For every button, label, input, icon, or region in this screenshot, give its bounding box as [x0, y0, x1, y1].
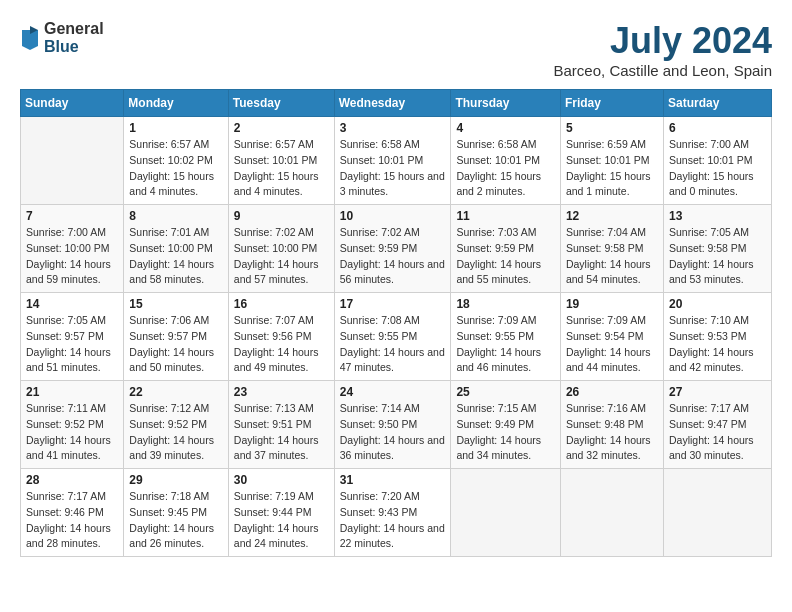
day-number: 8 — [129, 209, 222, 223]
title-block: July 2024 Barceo, Castille and Leon, Spa… — [554, 20, 772, 79]
day-number: 12 — [566, 209, 658, 223]
day-info: Sunrise: 6:59 AMSunset: 10:01 PMDaylight… — [566, 137, 658, 200]
day-number: 15 — [129, 297, 222, 311]
day-number: 4 — [456, 121, 555, 135]
day-cell — [21, 117, 124, 205]
day-info: Sunrise: 6:58 AMSunset: 10:01 PMDaylight… — [340, 137, 446, 200]
day-number: 18 — [456, 297, 555, 311]
logo-icon — [20, 26, 40, 50]
day-number: 16 — [234, 297, 329, 311]
day-cell: 10Sunrise: 7:02 AMSunset: 9:59 PMDayligh… — [334, 205, 451, 293]
day-info: Sunrise: 7:14 AMSunset: 9:50 PMDaylight:… — [340, 401, 446, 464]
day-info: Sunrise: 7:19 AMSunset: 9:44 PMDaylight:… — [234, 489, 329, 552]
day-cell: 7Sunrise: 7:00 AMSunset: 10:00 PMDayligh… — [21, 205, 124, 293]
page-header: General Blue July 2024 Barceo, Castille … — [20, 20, 772, 79]
day-cell: 6Sunrise: 7:00 AMSunset: 10:01 PMDayligh… — [663, 117, 771, 205]
day-number: 21 — [26, 385, 118, 399]
day-cell: 31Sunrise: 7:20 AMSunset: 9:43 PMDayligh… — [334, 469, 451, 557]
week-row-2: 7Sunrise: 7:00 AMSunset: 10:00 PMDayligh… — [21, 205, 772, 293]
day-info: Sunrise: 7:06 AMSunset: 9:57 PMDaylight:… — [129, 313, 222, 376]
header-sunday: Sunday — [21, 90, 124, 117]
day-number: 3 — [340, 121, 446, 135]
day-number: 9 — [234, 209, 329, 223]
day-number: 23 — [234, 385, 329, 399]
day-info: Sunrise: 7:12 AMSunset: 9:52 PMDaylight:… — [129, 401, 222, 464]
day-info: Sunrise: 7:05 AMSunset: 9:57 PMDaylight:… — [26, 313, 118, 376]
calendar-title: July 2024 — [554, 20, 772, 62]
day-number: 19 — [566, 297, 658, 311]
header-friday: Friday — [560, 90, 663, 117]
day-info: Sunrise: 7:17 AMSunset: 9:47 PMDaylight:… — [669, 401, 766, 464]
day-info: Sunrise: 7:16 AMSunset: 9:48 PMDaylight:… — [566, 401, 658, 464]
day-number: 27 — [669, 385, 766, 399]
day-cell: 25Sunrise: 7:15 AMSunset: 9:49 PMDayligh… — [451, 381, 561, 469]
day-info: Sunrise: 7:07 AMSunset: 9:56 PMDaylight:… — [234, 313, 329, 376]
day-info: Sunrise: 7:02 AMSunset: 10:00 PMDaylight… — [234, 225, 329, 288]
day-cell: 16Sunrise: 7:07 AMSunset: 9:56 PMDayligh… — [228, 293, 334, 381]
day-cell: 18Sunrise: 7:09 AMSunset: 9:55 PMDayligh… — [451, 293, 561, 381]
header-thursday: Thursday — [451, 90, 561, 117]
day-number: 20 — [669, 297, 766, 311]
day-cell: 22Sunrise: 7:12 AMSunset: 9:52 PMDayligh… — [124, 381, 228, 469]
day-cell: 23Sunrise: 7:13 AMSunset: 9:51 PMDayligh… — [228, 381, 334, 469]
day-cell: 3Sunrise: 6:58 AMSunset: 10:01 PMDayligh… — [334, 117, 451, 205]
logo-general-text: General — [44, 20, 104, 38]
day-cell: 17Sunrise: 7:08 AMSunset: 9:55 PMDayligh… — [334, 293, 451, 381]
week-row-5: 28Sunrise: 7:17 AMSunset: 9:46 PMDayligh… — [21, 469, 772, 557]
day-info: Sunrise: 7:00 AMSunset: 10:01 PMDaylight… — [669, 137, 766, 200]
header-tuesday: Tuesday — [228, 90, 334, 117]
day-info: Sunrise: 7:10 AMSunset: 9:53 PMDaylight:… — [669, 313, 766, 376]
header-saturday: Saturday — [663, 90, 771, 117]
day-number: 14 — [26, 297, 118, 311]
day-cell: 12Sunrise: 7:04 AMSunset: 9:58 PMDayligh… — [560, 205, 663, 293]
day-cell: 15Sunrise: 7:06 AMSunset: 9:57 PMDayligh… — [124, 293, 228, 381]
day-number: 25 — [456, 385, 555, 399]
day-info: Sunrise: 7:08 AMSunset: 9:55 PMDaylight:… — [340, 313, 446, 376]
day-cell: 30Sunrise: 7:19 AMSunset: 9:44 PMDayligh… — [228, 469, 334, 557]
day-cell: 11Sunrise: 7:03 AMSunset: 9:59 PMDayligh… — [451, 205, 561, 293]
day-cell: 9Sunrise: 7:02 AMSunset: 10:00 PMDayligh… — [228, 205, 334, 293]
calendar-subtitle: Barceo, Castille and Leon, Spain — [554, 62, 772, 79]
day-cell: 28Sunrise: 7:17 AMSunset: 9:46 PMDayligh… — [21, 469, 124, 557]
day-number: 2 — [234, 121, 329, 135]
day-cell — [451, 469, 561, 557]
day-cell: 26Sunrise: 7:16 AMSunset: 9:48 PMDayligh… — [560, 381, 663, 469]
day-number: 11 — [456, 209, 555, 223]
day-number: 22 — [129, 385, 222, 399]
day-number: 30 — [234, 473, 329, 487]
calendar-table: SundayMondayTuesdayWednesdayThursdayFrid… — [20, 89, 772, 557]
day-info: Sunrise: 6:58 AMSunset: 10:01 PMDaylight… — [456, 137, 555, 200]
day-cell: 24Sunrise: 7:14 AMSunset: 9:50 PMDayligh… — [334, 381, 451, 469]
day-number: 28 — [26, 473, 118, 487]
day-number: 7 — [26, 209, 118, 223]
day-number: 17 — [340, 297, 446, 311]
week-row-4: 21Sunrise: 7:11 AMSunset: 9:52 PMDayligh… — [21, 381, 772, 469]
day-number: 6 — [669, 121, 766, 135]
day-cell: 13Sunrise: 7:05 AMSunset: 9:58 PMDayligh… — [663, 205, 771, 293]
day-number: 29 — [129, 473, 222, 487]
day-cell: 21Sunrise: 7:11 AMSunset: 9:52 PMDayligh… — [21, 381, 124, 469]
day-number: 5 — [566, 121, 658, 135]
day-number: 31 — [340, 473, 446, 487]
day-number: 13 — [669, 209, 766, 223]
day-cell: 19Sunrise: 7:09 AMSunset: 9:54 PMDayligh… — [560, 293, 663, 381]
logo: General Blue — [20, 20, 104, 55]
day-info: Sunrise: 7:11 AMSunset: 9:52 PMDaylight:… — [26, 401, 118, 464]
logo-blue-text: Blue — [44, 38, 104, 56]
day-cell: 8Sunrise: 7:01 AMSunset: 10:00 PMDayligh… — [124, 205, 228, 293]
day-info: Sunrise: 7:02 AMSunset: 9:59 PMDaylight:… — [340, 225, 446, 288]
day-number: 26 — [566, 385, 658, 399]
day-cell: 4Sunrise: 6:58 AMSunset: 10:01 PMDayligh… — [451, 117, 561, 205]
day-info: Sunrise: 7:03 AMSunset: 9:59 PMDaylight:… — [456, 225, 555, 288]
day-info: Sunrise: 7:15 AMSunset: 9:49 PMDaylight:… — [456, 401, 555, 464]
day-cell — [560, 469, 663, 557]
day-cell: 14Sunrise: 7:05 AMSunset: 9:57 PMDayligh… — [21, 293, 124, 381]
header-row: SundayMondayTuesdayWednesdayThursdayFrid… — [21, 90, 772, 117]
day-info: Sunrise: 7:04 AMSunset: 9:58 PMDaylight:… — [566, 225, 658, 288]
day-info: Sunrise: 6:57 AMSunset: 10:01 PMDaylight… — [234, 137, 329, 200]
day-cell: 20Sunrise: 7:10 AMSunset: 9:53 PMDayligh… — [663, 293, 771, 381]
header-wednesday: Wednesday — [334, 90, 451, 117]
day-info: Sunrise: 7:09 AMSunset: 9:54 PMDaylight:… — [566, 313, 658, 376]
day-info: Sunrise: 7:09 AMSunset: 9:55 PMDaylight:… — [456, 313, 555, 376]
day-number: 10 — [340, 209, 446, 223]
